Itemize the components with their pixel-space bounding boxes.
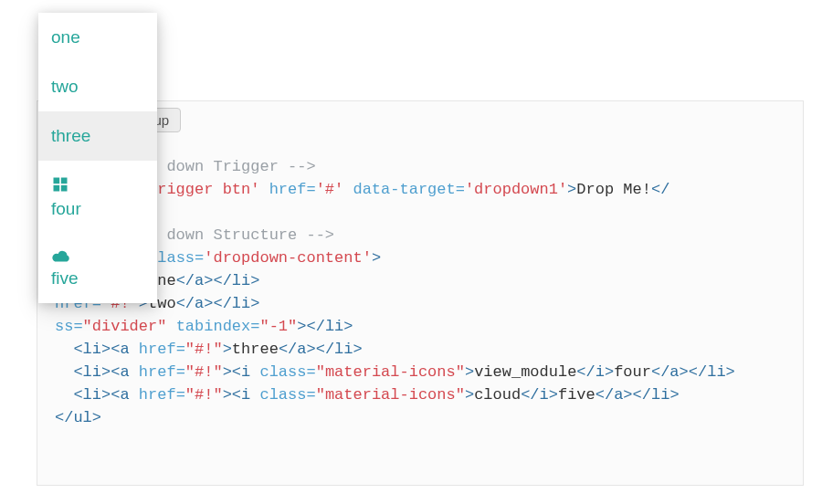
code-attr-value: '#' <box>316 181 344 198</box>
code-comment: down Trigger --> <box>166 158 315 175</box>
code-attr-value: "material-icons" <box>316 363 465 381</box>
code-attr-value: "material-icons" <box>316 386 465 404</box>
code-text: five <box>558 386 595 404</box>
dropdown-item-one[interactable]: one <box>38 13 157 62</box>
svg-rect-0 <box>54 178 60 184</box>
code-text: view_module <box>474 363 576 381</box>
svg-rect-2 <box>54 185 60 192</box>
code-text: cloud <box>474 386 521 404</box>
code-attr-value: "#!" <box>185 363 223 381</box>
code-comment: down Structure --> <box>166 226 334 244</box>
dropdown-item-label: four <box>51 199 81 219</box>
code-attr-value: "divider" <box>83 318 167 335</box>
code-attr-value: 'dropdown1' <box>465 181 567 198</box>
code-text: three <box>232 341 279 358</box>
svg-rect-3 <box>61 185 68 192</box>
code-attr-value: "#!" <box>185 386 223 404</box>
dropdown-item-label: five <box>51 268 79 289</box>
dropdown-item-label: three <box>51 126 90 146</box>
code-attr-value: 'dropdown-content' <box>204 249 372 267</box>
dropdown-item-label: one <box>51 27 80 47</box>
dropdown-item-four[interactable]: four <box>38 161 157 234</box>
dropdown-item-five[interactable]: five <box>38 234 157 303</box>
code-attr-value: "-1" <box>259 318 297 335</box>
dropdown-menu: one two three four five <box>38 13 157 303</box>
code-attr-value: "#!" <box>185 341 223 358</box>
grid-icon <box>51 175 69 194</box>
cloud-icon <box>51 248 71 263</box>
code-attr: ss= <box>55 318 83 335</box>
code-attr: tabindex= <box>166 318 259 335</box>
dropdown-item-label: two <box>51 77 79 97</box>
code-attr: data-target= <box>343 181 465 198</box>
svg-rect-1 <box>61 178 68 184</box>
code-text: four <box>614 363 651 381</box>
code-text: Drop Me! <box>576 181 651 198</box>
dropdown-item-three[interactable]: three <box>38 111 157 161</box>
dropdown-item-two[interactable]: two <box>38 62 157 111</box>
code-attr: href= <box>259 181 315 198</box>
